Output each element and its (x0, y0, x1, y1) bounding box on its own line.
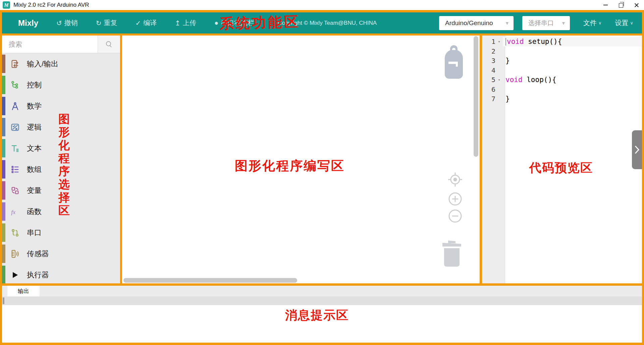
sidebar-item[interactable]: 输入/输出 (2, 53, 120, 74)
undo-button[interactable]: ↺撤销 (56, 18, 78, 27)
toolbar: Mixly ↺撤销↻重复✓编译↥上传●串口状态栏 Copyright © Mix… (2, 12, 642, 33)
code-text (503, 85, 642, 94)
upload-icon: ↥ (175, 19, 180, 27)
chevron-down-icon: ∨ (630, 20, 633, 25)
code-text: } (503, 56, 642, 66)
line-number: 6 (482, 85, 495, 93)
close-icon (634, 3, 639, 8)
line-number: 3 (482, 57, 495, 65)
code-line: 4 (482, 66, 642, 75)
math-icon (10, 101, 20, 111)
line-number: 5 (482, 76, 495, 84)
undo-label: 撤销 (64, 18, 78, 27)
line-number: 2 (482, 47, 495, 55)
minimize-button[interactable] (598, 0, 613, 10)
category-color-bar (2, 160, 5, 179)
board-select[interactable]: Arduino/Genuino ▼ (439, 16, 514, 30)
sidebar-item[interactable]: 逻辑 (2, 117, 120, 138)
frame-divider-output (0, 283, 644, 286)
panel-collapse-handle[interactable] (632, 130, 642, 169)
array-icon (10, 164, 20, 175)
message-cursor (3, 297, 4, 304)
code-text: } (503, 94, 642, 104)
text-cursor (505, 38, 506, 46)
frame-border-top (0, 10, 644, 12)
category-label: 控制 (27, 80, 42, 90)
category-label: 数学 (27, 101, 42, 111)
output-tabbar (2, 286, 642, 296)
undo-icon: ↺ (56, 19, 62, 27)
search-button[interactable] (98, 36, 120, 53)
code-text: void loop(){ (503, 75, 642, 85)
frame-border-right (642, 10, 644, 345)
port-select[interactable]: 选择串口 ▼ (522, 16, 570, 30)
sidebar-item[interactable]: 执行器 (2, 264, 120, 285)
category-label: 函数 (27, 207, 42, 217)
frame-border-left (0, 10, 2, 345)
code-text (503, 66, 642, 75)
copyright-text: Copyright © Mixly Team@BNU, CHINA (278, 20, 377, 26)
code-text (503, 47, 642, 56)
control-icon (10, 80, 20, 90)
fold-arrow-icon[interactable]: ▾ (495, 78, 503, 82)
compile-label: 编译 (143, 18, 157, 27)
title-bar: M Mixly 2.0 rc2 For Arduino AVR (0, 0, 644, 10)
category-color-bar (2, 202, 5, 221)
code-line: 6 (482, 85, 642, 94)
search-input[interactable]: 搜索 (2, 36, 98, 53)
line-number: 4 (482, 66, 495, 74)
zoom-out-icon[interactable] (448, 209, 463, 225)
sidebar-item[interactable]: 文本 (2, 138, 120, 159)
vertical-scrollbar[interactable] (474, 36, 478, 157)
io-icon (10, 59, 20, 69)
compile-icon: ✓ (136, 19, 141, 27)
restore-button[interactable] (613, 0, 629, 10)
code-lines: 1▾void setup(){23}45▾void loop(){67} (482, 37, 642, 104)
category-label: 数组 (27, 164, 42, 175)
code-preview-panel: 1▾void setup(){23}45▾void loop(){67} (482, 36, 642, 283)
trash-icon[interactable] (441, 238, 462, 269)
category-color-bar (2, 223, 5, 242)
mixly-brand[interactable]: Mixly (18, 18, 38, 28)
tab-output[interactable]: 输出 (7, 286, 40, 296)
caret-down-icon: ▼ (505, 20, 509, 26)
sidebar-item[interactable]: 变量 (2, 180, 120, 201)
redo-label: 重复 (104, 18, 117, 27)
file-menu[interactable]: 文件 ∨ (583, 18, 602, 27)
output-panel: 输出 (2, 286, 642, 343)
zoom-in-icon[interactable] (448, 192, 463, 208)
blockly-workspace[interactable] (122, 36, 480, 283)
redo-button[interactable]: ↻重复 (96, 18, 117, 27)
serial-status-button[interactable]: ●串口状态栏 (214, 18, 254, 27)
variable-icon (10, 186, 20, 196)
category-list: 输入/输出控制数学逻辑文本数组变量fx函数串口传感器执行器 (2, 53, 120, 285)
port-select-placeholder: 选择串口 (528, 19, 558, 27)
actuator-icon (10, 270, 20, 280)
settings-menu[interactable]: 设置 ∨ (615, 18, 633, 27)
fold-arrow-icon[interactable]: ▾ (495, 40, 503, 44)
code-line: 1▾void setup(){ (482, 37, 642, 47)
function-icon: fx (10, 207, 20, 217)
horizontal-scrollbar[interactable] (123, 278, 297, 283)
backpack-icon[interactable] (441, 44, 466, 81)
code-text: void setup(){ (503, 37, 642, 47)
sidebar-item[interactable]: 串口 (2, 222, 120, 243)
close-button[interactable] (629, 0, 644, 10)
category-color-bar (2, 266, 5, 284)
sidebar-item[interactable]: fx函数 (2, 201, 120, 222)
message-line (2, 296, 642, 305)
logic-icon (10, 122, 20, 132)
chevron-down-icon: ∨ (598, 20, 602, 25)
sidebar-item[interactable]: 数学 (2, 95, 120, 117)
upload-button[interactable]: ↥上传 (175, 18, 196, 27)
sidebar-item[interactable]: 控制 (2, 74, 120, 95)
category-color-bar (2, 55, 5, 73)
compile-button[interactable]: ✓编译 (136, 18, 157, 27)
restore-icon (619, 3, 623, 8)
center-view-icon[interactable] (447, 171, 464, 189)
sidebar-item[interactable]: 数组 (2, 159, 120, 180)
line-number: 1 (482, 38, 495, 46)
sidebar-item[interactable]: 传感器 (2, 243, 120, 264)
code-line: 2 (482, 47, 642, 56)
search-icon (106, 41, 112, 48)
